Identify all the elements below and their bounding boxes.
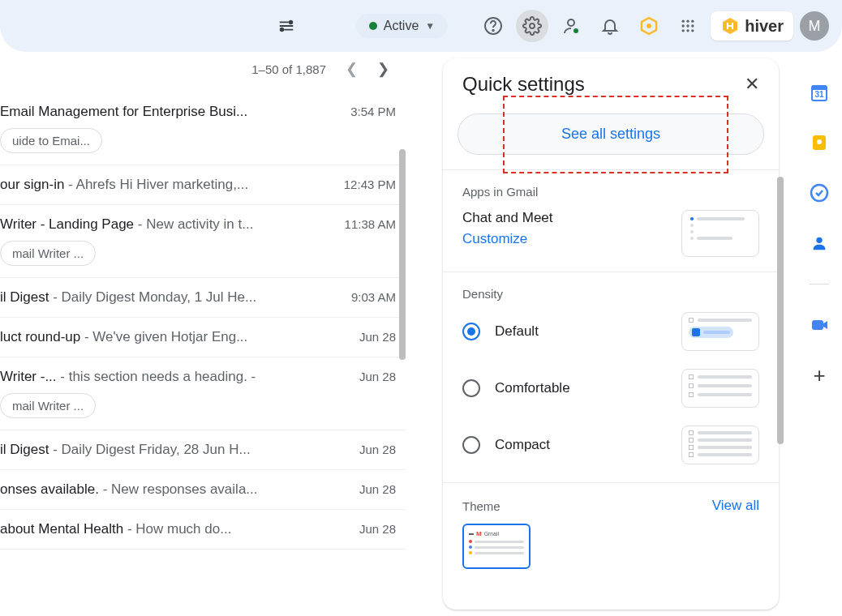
attachment-chip[interactable]: uide to Emai... <box>0 128 102 153</box>
apps-grid-icon[interactable] <box>672 10 704 42</box>
email-preview: - How much do... <box>123 521 231 537</box>
email-subject: onses available. - New responses availa.… <box>0 481 258 498</box>
hiver-badge[interactable]: hiver <box>711 11 793 41</box>
email-preview: - Daily Digest Friday, 28 Jun H... <box>49 442 250 457</box>
svg-point-5 <box>568 19 574 26</box>
email-row[interactable]: onses available. - New responses availa.… <box>0 470 406 510</box>
quick-settings-panel: Quick settings ✕ See all settings Apps i… <box>443 58 779 610</box>
input-tools-icon[interactable] <box>270 10 303 42</box>
avatar-letter: M <box>809 18 821 35</box>
pagination-range: 1–50 of 1,887 <box>251 62 326 76</box>
svg-text:31: 31 <box>814 90 824 99</box>
density-option-comfortable[interactable]: Comfortable <box>462 379 570 397</box>
status-dot-icon <box>369 22 377 30</box>
page-next-icon[interactable]: ❯ <box>377 60 389 78</box>
svg-point-8 <box>647 24 651 28</box>
settings-scrollbar[interactable] <box>777 177 784 444</box>
email-preview: - Ahrefs Hi Hiver marketing,... <box>64 177 248 192</box>
keep-icon[interactable] <box>810 133 829 152</box>
svg-point-0 <box>289 21 292 24</box>
maillist-scrollbar[interactable] <box>399 149 406 360</box>
email-preview: - Daily Digest Monday, 1 Jul He... <box>49 289 256 305</box>
svg-point-16 <box>687 29 689 32</box>
status-pill[interactable]: Active ▼ <box>356 14 448 38</box>
email-time: Jun 28 <box>350 443 396 456</box>
svg-point-10 <box>687 20 689 23</box>
svg-point-23 <box>817 139 822 144</box>
density-preview-comfortable <box>681 369 759 408</box>
apps-in-gmail-label: Apps in Gmail <box>462 185 759 199</box>
svg-point-12 <box>682 24 685 27</box>
theme-thumbnail-default[interactable]: MGmail <box>462 524 531 569</box>
email-row[interactable]: il Digest - Daily Digest Monday, 1 Jul H… <box>0 278 406 318</box>
hiver-hex-icon[interactable] <box>633 10 665 42</box>
customize-link[interactable]: Customize <box>462 231 553 247</box>
notifications-bell-icon[interactable] <box>594 10 626 42</box>
contacts-side-icon[interactable] <box>810 233 829 253</box>
theme-view-all-link[interactable]: View all <box>712 498 759 514</box>
density-preview-compact <box>681 426 759 464</box>
density-section-label: Density <box>462 287 759 301</box>
email-subject: about Mental Health - How much do... <box>0 521 231 537</box>
svg-rect-26 <box>812 320 823 330</box>
status-label: Active <box>384 19 419 33</box>
email-subject: our sign-in - Ahrefs Hi Hiver marketing,… <box>0 177 248 193</box>
contacts-icon[interactable] <box>555 10 587 42</box>
svg-point-13 <box>687 24 689 27</box>
mail-list: 1–50 of 1,887 ❮ ❯ Email Management for E… <box>0 52 406 616</box>
help-icon[interactable] <box>477 10 509 42</box>
pagination-bar: 1–50 of 1,887 ❮ ❯ <box>0 52 406 92</box>
email-time: Jun 28 <box>350 370 396 383</box>
email-row[interactable]: il Digest - Daily Digest Friday, 28 Jun … <box>0 430 406 470</box>
email-row[interactable]: about Mental Health - How much do...Jun … <box>0 510 406 550</box>
email-row[interactable]: Writer -... - this section needs a headi… <box>0 357 406 430</box>
side-panel: 31 + <box>797 58 842 610</box>
email-time: Jun 28 <box>350 330 396 344</box>
density-option-compact[interactable]: Compact <box>462 436 550 454</box>
tasks-icon[interactable] <box>810 183 829 203</box>
add-addon-icon[interactable]: + <box>810 366 829 385</box>
calendar-icon[interactable]: 31 <box>810 83 829 102</box>
radio-unchecked-icon <box>462 436 480 454</box>
email-row[interactable]: Writer - Landing Page - New activity in … <box>0 205 406 278</box>
settings-gear-icon[interactable] <box>516 10 548 42</box>
page-prev-icon[interactable]: ❮ <box>346 60 358 78</box>
email-preview: - We've given Hotjar Eng... <box>80 329 247 344</box>
email-time: Jun 28 <box>350 482 396 496</box>
attachment-chip[interactable]: mail Writer ... <box>0 241 96 266</box>
email-subject: luct round-up - We've given Hotjar Eng..… <box>0 329 247 345</box>
close-icon[interactable]: ✕ <box>745 74 759 95</box>
email-subject: il Digest - Daily Digest Monday, 1 Jul H… <box>0 289 256 306</box>
density-preview-default <box>681 312 759 351</box>
svg-point-3 <box>492 30 494 32</box>
email-subject: Email Management for Enterprise Busi... <box>0 104 247 120</box>
email-row[interactable]: our sign-in - Ahrefs Hi Hiver marketing,… <box>0 165 406 205</box>
chat-and-meet-label: Chat and Meet <box>462 210 553 226</box>
chevron-down-icon: ▼ <box>425 20 435 32</box>
account-avatar[interactable]: M <box>800 11 829 41</box>
email-subject: il Digest - Daily Digest Friday, 28 Jun … <box>0 442 251 458</box>
svg-point-25 <box>816 237 822 243</box>
density-option-default[interactable]: Default <box>462 323 539 340</box>
svg-point-1 <box>280 28 283 32</box>
email-time: 12:43 PM <box>334 178 396 191</box>
density-default-label: Default <box>495 323 539 340</box>
email-preview: - New responses availa... <box>99 481 258 497</box>
meet-icon[interactable] <box>810 315 829 335</box>
email-time: Jun 28 <box>350 522 396 536</box>
email-row[interactable]: Email Management for Enterprise Busi...3… <box>0 92 406 165</box>
svg-point-14 <box>691 24 694 27</box>
attachment-chip[interactable]: mail Writer ... <box>0 393 96 418</box>
topbar: Active ▼ hiver M <box>0 0 842 52</box>
svg-point-6 <box>574 28 578 33</box>
hiver-label: hiver <box>745 17 784 36</box>
email-row[interactable]: luct round-up - We've given Hotjar Eng..… <box>0 318 406 357</box>
see-all-settings-button[interactable]: See all settings <box>458 113 764 155</box>
svg-point-4 <box>530 24 535 28</box>
email-time: 3:54 PM <box>341 105 396 118</box>
svg-point-9 <box>682 20 685 23</box>
radio-unchecked-icon <box>462 379 480 397</box>
email-subject: Writer - Landing Page - New activity in … <box>0 216 253 233</box>
hiver-logo-icon <box>720 16 740 36</box>
svg-marker-27 <box>823 321 827 329</box>
